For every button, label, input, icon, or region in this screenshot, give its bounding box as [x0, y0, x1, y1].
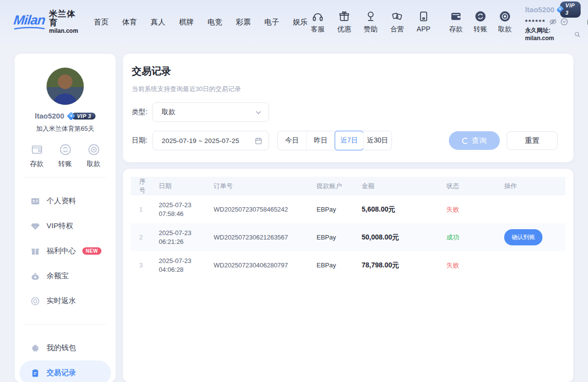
new-badge: NEW — [82, 247, 101, 255]
row-order-number: WD202507230406280797 — [206, 262, 309, 269]
page-subtitle: 当前系统支持查询最近30日的交易记录 — [132, 85, 558, 94]
sponsorship-button[interactable]: 赞助 — [360, 10, 381, 34]
col-header-date: 日期 — [151, 182, 206, 191]
range-30days-button[interactable]: 近30日 — [363, 131, 392, 150]
col-header-order: 订单号 — [206, 182, 309, 191]
range-yesterday-button[interactable]: 昨日 — [306, 131, 335, 150]
row-amount: 50,008.00元 — [354, 233, 439, 242]
nav-item-chess[interactable]: 棋牌 — [179, 18, 194, 27]
nav-item-home[interactable]: 首页 — [94, 18, 108, 27]
withdraw-icon — [499, 10, 511, 23]
deposit-button[interactable]: 存款 — [445, 10, 466, 34]
nav-item-sports[interactable]: 体育 — [122, 18, 137, 27]
sidebar-withdraw-button[interactable]: 取款 — [87, 143, 100, 168]
sidebar-menu-wallet: 我的钱包 交易记录 投注记录 — [15, 334, 116, 382]
rebate-icon — [30, 296, 40, 306]
row-status: 失败 — [439, 261, 497, 270]
row-status: 成功 — [439, 233, 497, 242]
customer-service-button[interactable]: 客服 — [307, 10, 328, 34]
type-filter-label: 类型: — [132, 108, 152, 117]
date-range-input[interactable]: 2025-07-19 ~ 2025-07-25 — [152, 131, 269, 150]
row-amount: 78,798.00元 — [354, 261, 439, 270]
nav-item-slots[interactable]: 电子 — [264, 18, 279, 27]
app-download-button[interactable]: APP — [413, 10, 434, 34]
nav-item-entertainment[interactable]: 娱乐 — [293, 18, 307, 27]
header-actions: 客服 优惠 赞助 合营 APP — [307, 10, 434, 34]
transfer-button[interactable]: 转账 — [470, 10, 490, 34]
type-select-value: 取款 — [162, 108, 254, 117]
quick-range-group: 今日 昨日 近7日 近30日 — [277, 131, 392, 150]
row-order-number: WD202507230758465242 — [206, 206, 309, 213]
join-days-text: 加入米兰体育第65天 — [36, 124, 94, 133]
headset-icon — [312, 10, 324, 23]
sidebar-vip-badge: V VIP 3 — [67, 112, 96, 120]
sidebar-avatar-photo — [47, 68, 84, 105]
refresh-balance-icon[interactable] — [560, 18, 568, 26]
row-index: 2 — [131, 234, 151, 241]
brand-logo[interactable]: Milan 米兰体育 milan.com — [14, 10, 78, 35]
type-select[interactable]: 取款 — [152, 102, 269, 122]
sidebar-deposit-button[interactable]: 存款 — [30, 143, 44, 168]
sidebar-item-welfare[interactable]: 福利中心 NEW — [20, 239, 111, 263]
sidebar-menu: 个人资料 VIP特权 福利中心 NEW 余额宝 实时返水 — [15, 187, 116, 315]
wallet-actions: 存款 转账 取款 — [445, 10, 515, 34]
nav-item-esports[interactable]: 电竞 — [207, 18, 222, 27]
row-datetime: 2025-07-23 04:06:28 — [151, 257, 206, 273]
row-account: EBPay — [309, 262, 354, 269]
sidebar-profile: ltao5200 V VIP 3 加入米兰体育第65天 — [15, 68, 116, 133]
col-header-status: 状态 — [439, 182, 497, 191]
partnership-button[interactable]: 合营 — [387, 10, 407, 34]
masked-balance: ****** — [525, 18, 545, 26]
transaction-records-icon — [30, 368, 40, 378]
sidebar-avatar[interactable] — [47, 68, 84, 105]
row-account: EBPay — [309, 206, 354, 213]
sidebar-item-my-wallet[interactable]: 我的钱包 — [20, 335, 111, 360]
withdraw-button[interactable]: 取款 — [494, 10, 515, 34]
diamond-icon — [30, 221, 40, 231]
sidebar-username: ltao5200 — [35, 112, 64, 120]
page-title: 交易记录 — [132, 65, 558, 78]
sidebar-item-vip[interactable]: VIP特权 — [20, 214, 111, 239]
col-header-account: 提款账户 — [309, 182, 354, 191]
reset-button[interactable]: 重置 — [507, 131, 558, 150]
row-order-number: WD202507230621263567 — [206, 234, 309, 241]
username-text[interactable]: ltao5200 — [525, 4, 554, 15]
confirm-receipt-button[interactable]: 确认到账 — [504, 229, 542, 245]
eye-off-icon[interactable] — [549, 18, 557, 26]
range-7days-button[interactable]: 近7日 — [335, 131, 363, 150]
sidebar: ltao5200 V VIP 3 加入米兰体育第65天 存款 转账 取款 — [15, 54, 116, 382]
sidebar-item-rebate[interactable]: 实时返水 — [20, 288, 111, 313]
table-row: 1 2025-07-23 07:58:46 WD2025072307584652… — [131, 195, 565, 223]
sidebar-item-yuebao[interactable]: 余额宝 — [20, 263, 111, 288]
wallet-icon — [450, 10, 462, 23]
row-status: 失败 — [439, 205, 497, 214]
vip-badge: V VIP 3 — [557, 1, 581, 18]
nav-item-live[interactable]: 真人 — [150, 18, 165, 27]
range-today-button[interactable]: 今日 — [278, 131, 306, 150]
table-header-row: 序号 日期 订单号 提款账户 金额 状态 操作 — [131, 177, 565, 195]
permanent-url-text: 永久网址: milan.com — [525, 26, 572, 43]
magnifier-icon[interactable] — [574, 30, 581, 39]
nav-item-lottery[interactable]: 彩票 — [236, 18, 250, 27]
sidebar-divider — [24, 324, 106, 325]
logo-script-text: Milan — [13, 14, 46, 27]
sidebar-item-transaction-records[interactable]: 交易记录 — [20, 360, 111, 382]
row-account: EBPay — [309, 234, 354, 241]
wallet-outline-icon — [30, 143, 44, 156]
sidebar-transfer-button[interactable]: 转账 — [58, 143, 72, 168]
transfer-icon — [474, 10, 487, 23]
gift-icon — [338, 10, 350, 23]
logo-cn-text: 米兰体育 — [49, 10, 78, 28]
promotions-button[interactable]: 优惠 — [334, 10, 354, 34]
date-range-value: 2025-07-19 ~ 2025-07-25 — [162, 137, 254, 144]
col-header-amount: 金额 — [354, 182, 439, 191]
sidebar-divider — [24, 177, 106, 178]
calendar-icon — [254, 137, 263, 145]
date-filter-label: 日期: — [132, 136, 152, 145]
row-datetime: 2025-07-23 06:21:26 — [151, 229, 206, 245]
sidebar-item-profile[interactable]: 个人资料 — [20, 189, 111, 214]
loading-spinner-icon — [462, 138, 468, 144]
records-table: 序号 日期 订单号 提款账户 金额 状态 操作 1 2025-07-23 07:… — [123, 169, 573, 382]
main-content: 交易记录 当前系统支持查询最近30日的交易记录 类型: 取款 日期: 2025-… — [123, 54, 573, 382]
query-button[interactable]: 查询 — [449, 131, 500, 150]
